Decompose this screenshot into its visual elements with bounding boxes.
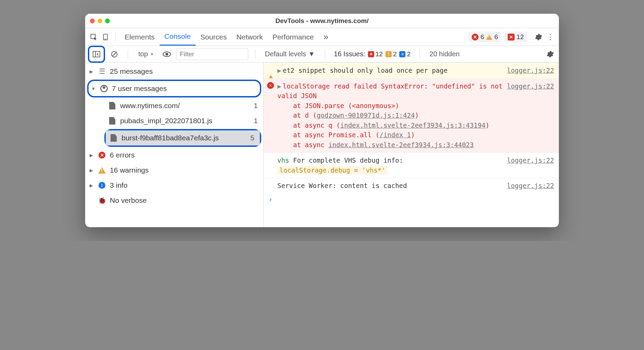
toggle-sidebar-icon[interactable] <box>90 48 103 61</box>
warning-icon <box>486 34 492 40</box>
log-levels-dropdown[interactable]: Default levels▼ <box>262 50 318 58</box>
issues-summary[interactable]: 16 Issues: ✕12 !2 ≡2 <box>332 50 413 58</box>
sidebar-user-messages[interactable]: ▼ 7 user messages <box>89 81 260 96</box>
chevron-down-icon: ▼ <box>91 86 96 91</box>
main-tabstrip: Elements Console Sources Network Perform… <box>85 28 559 46</box>
chevron-down-icon: ▼ <box>308 50 315 58</box>
live-expression-icon[interactable] <box>160 48 173 61</box>
exceptions-pill[interactable]: ✕12 <box>504 32 527 42</box>
sidebar-file-item-selected[interactable]: burst-f9baff81bad8ea7efa3c.js 5 <box>106 130 260 145</box>
separator <box>255 49 255 59</box>
stack-trace: at JSON.parse (<anonymous>) at d (godzow… <box>277 101 554 150</box>
console-log-pane: logger.js:22 ▶et2 snippet should only lo… <box>264 62 559 227</box>
warning-icon: ! <box>386 51 392 57</box>
sidebar-file-item[interactable]: www.nytimes.com/ 1 <box>85 98 263 113</box>
svg-line-6 <box>113 52 116 56</box>
inspect-element-icon[interactable] <box>88 31 100 43</box>
context-selector[interactable]: top▼ <box>135 49 158 59</box>
hidden-messages[interactable]: 20 hidden <box>427 50 462 58</box>
log-entry-info[interactable]: logger.js:22 Service Worker: content is … <box>264 178 559 194</box>
stack-link[interactable]: index.html.svelte-2eef3934.js:3:44023 <box>329 141 474 149</box>
expand-icon[interactable]: ▶ <box>277 67 281 74</box>
window-titlebar: DevTools - www.nytimes.com/ <box>85 14 559 28</box>
file-icon <box>108 102 117 109</box>
console-prompt[interactable]: › <box>264 194 559 205</box>
sidebar-warnings[interactable]: ▶ 16 warnings <box>85 163 263 178</box>
warning-icon <box>97 167 106 174</box>
user-icon <box>100 85 108 92</box>
log-entry-vhs[interactable]: logger.js:22 vhs For complete VHS debug … <box>264 152 559 178</box>
stack-link[interactable]: /index 1 <box>379 131 411 139</box>
console-sidebar: ▶ ☰ 25 messages ▼ 7 user messages www.ny… <box>85 62 264 227</box>
filter-input[interactable] <box>176 48 248 60</box>
stack-link[interactable]: godzown-9010971d.js:1:424 <box>317 112 415 119</box>
svg-point-8 <box>165 53 168 56</box>
devtools-window: DevTools - www.nytimes.com/ Elements Con… <box>85 14 559 227</box>
log-entry-warning[interactable]: logger.js:22 ▶et2 snippet should only lo… <box>264 62 559 78</box>
show-sidebar-highlight <box>88 46 105 63</box>
tab-console[interactable]: Console <box>160 28 196 46</box>
error-icon: ✕ <box>267 82 274 89</box>
separator <box>115 32 116 42</box>
more-tabs-icon[interactable]: » <box>319 28 333 46</box>
tab-network[interactable]: Network <box>232 28 268 46</box>
window-title: DevTools - www.nytimes.com/ <box>85 17 559 25</box>
expand-icon[interactable]: ▶ <box>277 82 281 90</box>
tab-performance[interactable]: Performance <box>268 28 319 46</box>
log-entry-error[interactable]: ✕ logger.js:22 ▶localStorage read failed… <box>264 78 559 153</box>
info-icon: ≡ <box>399 51 405 57</box>
console-toolbar: top▼ Default levels▼ 16 Issues: ✕12 !2 ≡… <box>85 46 559 62</box>
errors-warnings-pill[interactable]: ✕6 6 <box>468 32 502 42</box>
bug-icon: 🐞 <box>97 196 106 205</box>
file-icon <box>108 117 117 125</box>
separator <box>419 49 420 59</box>
sidebar-errors[interactable]: ▶ ✕ 6 errors <box>85 148 263 163</box>
user-messages-highlight: ▼ 7 user messages <box>87 80 261 97</box>
chevron-right-icon: ▶ <box>89 183 94 188</box>
separator <box>325 49 325 59</box>
source-link[interactable]: logger.js:22 <box>507 81 554 91</box>
stack-link[interactable]: index.html.svelte-2eef3934.js:3:43194 <box>340 121 485 129</box>
sidebar-info[interactable]: ▶ i 3 info <box>85 178 263 193</box>
file-icon <box>109 134 118 142</box>
selected-file-highlight: burst-f9baff81bad8ea7efa3c.js 5 <box>104 129 261 147</box>
sidebar-messages[interactable]: ▶ ☰ 25 messages <box>85 64 263 79</box>
clear-console-icon[interactable] <box>108 48 121 61</box>
info-icon: i <box>97 182 106 189</box>
svg-rect-3 <box>93 51 100 57</box>
list-icon: ☰ <box>97 67 106 75</box>
error-icon: ✕ <box>368 51 374 57</box>
sidebar-verbose[interactable]: 🐞 No verbose <box>85 193 263 208</box>
chevron-right-icon: ▶ <box>89 168 94 173</box>
console-settings-icon[interactable] <box>544 48 556 60</box>
chevron-right-icon: ▶ <box>89 69 94 74</box>
chevron-right-icon: ▶ <box>89 153 94 158</box>
exception-icon: ✕ <box>508 34 515 40</box>
console-body: ▶ ☰ 25 messages ▼ 7 user messages www.ny… <box>85 62 559 227</box>
settings-icon[interactable] <box>533 31 544 43</box>
device-toggle-icon[interactable] <box>100 31 111 43</box>
sidebar-file-item[interactable]: pubads_impl_2022071801.js 1 <box>85 113 263 128</box>
source-link[interactable]: logger.js:22 <box>507 66 554 75</box>
tab-sources[interactable]: Sources <box>196 28 232 46</box>
separator <box>128 49 128 59</box>
tab-elements[interactable]: Elements <box>120 28 160 46</box>
error-icon: ✕ <box>97 152 106 159</box>
error-icon: ✕ <box>472 34 479 40</box>
source-link[interactable]: logger.js:22 <box>507 155 554 165</box>
chevron-down-icon: ▼ <box>150 52 154 57</box>
source-link[interactable]: logger.js:22 <box>507 181 554 191</box>
more-menu-icon[interactable]: ⋮ <box>544 31 556 43</box>
warning-icon <box>267 66 275 76</box>
